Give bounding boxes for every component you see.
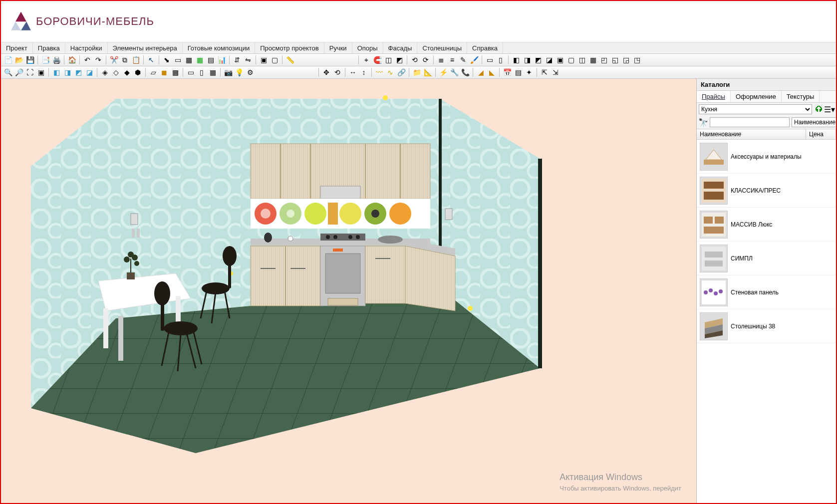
- add-shelf-icon[interactable]: ▭: [485, 55, 495, 65]
- edit-obj-icon[interactable]: ✎: [458, 55, 468, 65]
- cube3-icon[interactable]: ◩: [533, 55, 543, 65]
- list-options-icon[interactable]: ☰▾: [825, 105, 834, 114]
- mirror-icon[interactable]: ⇋: [243, 55, 253, 65]
- textured-icon[interactable]: ▩: [170, 67, 180, 77]
- folder2-icon[interactable]: 📁: [412, 67, 422, 77]
- cube11-icon[interactable]: ◲: [621, 55, 631, 65]
- cube6-icon[interactable]: ▢: [566, 55, 576, 65]
- select-arrow-icon[interactable]: ↖: [146, 55, 156, 65]
- catalog-item-worktops[interactable]: Столешницы 38: [697, 309, 836, 343]
- menu-worktops[interactable]: Столешницы: [417, 42, 467, 53]
- angle-icon[interactable]: 📐: [423, 67, 433, 77]
- zoom-in-icon[interactable]: 🔎: [14, 67, 24, 77]
- move-tool-icon[interactable]: ✥: [321, 67, 331, 77]
- menu-supports[interactable]: Опоры: [352, 42, 383, 53]
- iso2-icon[interactable]: ◇: [111, 67, 121, 77]
- cut-icon[interactable]: ✂️: [109, 55, 119, 65]
- menu-project[interactable]: Проект: [1, 42, 33, 53]
- col-price[interactable]: Цена: [806, 129, 836, 139]
- split-h-icon[interactable]: ▯: [197, 67, 207, 77]
- cube4-icon[interactable]: ◪: [544, 55, 554, 65]
- render-icon[interactable]: ⚙: [245, 67, 255, 77]
- new2-icon[interactable]: ✦: [524, 67, 534, 77]
- iso1-icon[interactable]: ◈: [100, 67, 110, 77]
- cube10-icon[interactable]: ◱: [610, 55, 620, 65]
- bolt-icon[interactable]: ⚡: [438, 67, 448, 77]
- menu-interior[interactable]: Элементы интерьера: [108, 42, 183, 53]
- delete-icon[interactable]: ◢: [476, 67, 486, 77]
- menu-edit[interactable]: Правка: [33, 42, 65, 53]
- search-mode-select[interactable]: Наименование: [792, 117, 837, 127]
- layer-icon[interactable]: ≣: [436, 55, 446, 65]
- view-left-icon[interactable]: ◩: [73, 67, 83, 77]
- delete2-icon[interactable]: ◣: [487, 67, 497, 77]
- split-4-icon[interactable]: ▦: [208, 67, 218, 77]
- tab-design[interactable]: Оформление: [731, 91, 782, 102]
- new-file-icon[interactable]: 📄: [3, 55, 13, 65]
- group-icon[interactable]: ▣: [259, 55, 269, 65]
- snap3-icon[interactable]: ◩: [394, 55, 404, 65]
- print-icon[interactable]: 🖨️: [51, 55, 61, 65]
- menu-compositions[interactable]: Готовые композиции: [183, 42, 256, 53]
- catalog-item-wallpanel[interactable]: Стеновая панель: [697, 275, 836, 309]
- cube7-icon[interactable]: ◫: [577, 55, 587, 65]
- catalog-item-simpl[interactable]: СИМПЛ: [697, 242, 836, 275]
- align-icon[interactable]: ⇵: [232, 55, 242, 65]
- rotate-tool-icon[interactable]: ⟲: [332, 67, 342, 77]
- cube2-icon[interactable]: ◨: [522, 55, 532, 65]
- wireframe-icon[interactable]: ▱: [148, 67, 158, 77]
- curve1-icon[interactable]: 〰: [374, 67, 384, 77]
- light-icon[interactable]: 💡: [234, 67, 244, 77]
- catalog-item-accessories[interactable]: Аксессуары и материалы: [697, 140, 836, 174]
- zoom-window-icon[interactable]: ▣: [36, 67, 46, 77]
- room-icon[interactable]: ▦: [184, 55, 194, 65]
- ungroup-icon[interactable]: ▢: [270, 55, 279, 65]
- table-icon[interactable]: ▤: [206, 55, 216, 65]
- col-name[interactable]: Наименование: [697, 129, 806, 139]
- catalog-search-input[interactable]: [710, 117, 790, 127]
- phone-icon[interactable]: 📞: [460, 67, 470, 77]
- camera-icon[interactable]: 📷: [223, 67, 233, 77]
- cube9-icon[interactable]: ◰: [599, 55, 609, 65]
- home-icon[interactable]: 🏠: [67, 55, 77, 65]
- paint-icon[interactable]: 🖌️: [469, 55, 479, 65]
- magnet-icon[interactable]: 🧲: [372, 55, 382, 65]
- calendar-icon[interactable]: 📅: [502, 67, 512, 77]
- add-door-icon[interactable]: ▯: [496, 55, 506, 65]
- measure-icon[interactable]: 📏: [285, 55, 295, 65]
- chart-icon[interactable]: 📊: [217, 55, 227, 65]
- catalog-list[interactable]: Аксессуары и материалы КЛАССИКА/ПРЕС МАС…: [697, 140, 836, 503]
- undo-icon[interactable]: ↶: [82, 55, 92, 65]
- import-icon[interactable]: ⇲: [551, 67, 560, 77]
- snap2-icon[interactable]: ◫: [383, 55, 393, 65]
- list-icon[interactable]: ▤: [513, 67, 523, 77]
- tab-textures[interactable]: Текстуры: [782, 91, 820, 102]
- wall-icon[interactable]: ▭: [173, 55, 183, 65]
- catalog-item-classic[interactable]: КЛАССИКА/ПРЕС: [697, 174, 836, 208]
- menu-help[interactable]: Справка: [467, 42, 503, 53]
- wrench-icon[interactable]: 🔧: [449, 67, 459, 77]
- curve2-icon[interactable]: ∿: [385, 67, 395, 77]
- dim2-icon[interactable]: ↕: [359, 67, 369, 77]
- cube8-icon[interactable]: ▦: [588, 55, 598, 65]
- open-file-icon[interactable]: 📂: [14, 55, 24, 65]
- redo-icon[interactable]: ↷: [93, 55, 103, 65]
- menu-settings[interactable]: Настройки: [65, 42, 108, 53]
- iso4-icon[interactable]: ⬢: [133, 67, 143, 77]
- cube5-icon[interactable]: ▣: [555, 55, 565, 65]
- layer2-icon[interactable]: ≡: [447, 55, 457, 65]
- rotate-left-icon[interactable]: ⟲: [410, 55, 420, 65]
- pointer-icon[interactable]: ⬊: [162, 55, 172, 65]
- viewport-3d[interactable]: Активация Windows Чтобы активировать Win…: [1, 79, 696, 503]
- view-front-icon[interactable]: ◨: [62, 67, 72, 77]
- split-none-icon[interactable]: ▭: [186, 67, 196, 77]
- tab-prices[interactable]: Прайсы: [697, 91, 731, 102]
- shaded-icon[interactable]: ◼: [159, 67, 169, 77]
- menu-handles[interactable]: Ручки: [324, 42, 352, 53]
- binoculars-icon[interactable]: 🔭: [699, 118, 708, 127]
- copy-icon[interactable]: 📑: [40, 55, 50, 65]
- up-folder-icon[interactable]: ⮉: [814, 105, 823, 114]
- cube12-icon[interactable]: ◳: [632, 55, 642, 65]
- cube1-icon[interactable]: ◧: [511, 55, 521, 65]
- view-top-icon[interactable]: ◧: [51, 67, 61, 77]
